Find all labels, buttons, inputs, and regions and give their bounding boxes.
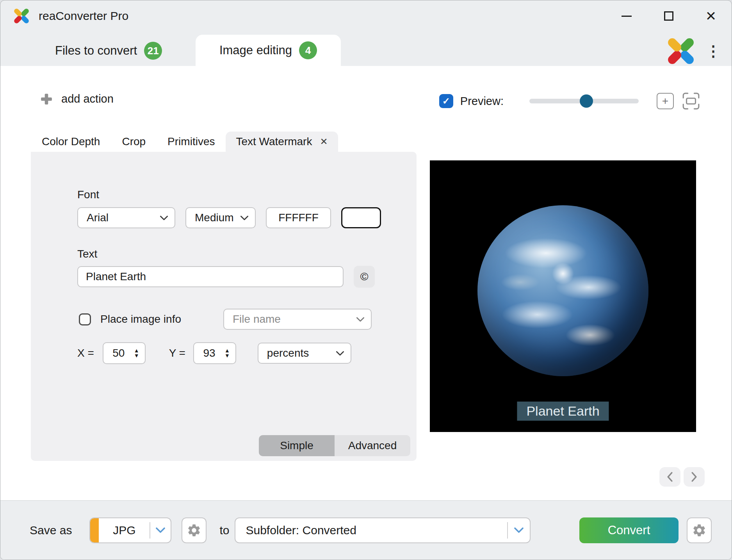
text-label: Text <box>77 248 97 260</box>
maximize-icon <box>664 11 673 21</box>
format-select[interactable]: JPG <box>89 517 171 543</box>
x-spinner[interactable]: 50 ▲▼ <box>103 342 146 364</box>
app-window: reaConverter Pro ✕ Files to convert 21 I… <box>0 0 732 560</box>
chevron-down-icon <box>234 215 255 220</box>
font-family-value: Arial <box>78 212 153 224</box>
app-logo-icon <box>12 7 31 25</box>
chevron-down-icon[interactable] <box>150 518 171 542</box>
tab-files-to-convert[interactable]: Files to convert 21 <box>55 39 162 63</box>
convert-settings-button[interactable] <box>687 517 712 543</box>
chevron-down-icon <box>153 215 175 220</box>
y-label: Y = <box>169 347 185 359</box>
preview-checkbox[interactable]: ✓ <box>439 94 453 108</box>
copyright-button[interactable]: © <box>354 266 375 288</box>
watermark-overlay: Planet Earth <box>517 402 609 421</box>
preview-navigation <box>659 467 705 487</box>
tab-text-watermark[interactable]: Text Watermark ✕ <box>226 132 338 152</box>
y-value: 93 <box>194 347 224 359</box>
chevron-down-icon <box>350 317 371 322</box>
chevron-down-icon[interactable] <box>508 518 530 542</box>
convert-button[interactable]: Convert <box>579 517 679 543</box>
check-icon: ✓ <box>442 96 450 107</box>
close-button[interactable]: ✕ <box>702 7 720 25</box>
brand-logo-icon <box>664 35 697 68</box>
simple-mode-button[interactable]: Simple <box>259 435 335 456</box>
units-select[interactable]: percents <box>258 343 351 364</box>
content-area: add action ✓ Preview: + <box>0 66 732 500</box>
advanced-mode-label: Advanced <box>348 439 397 452</box>
tab-color-depth[interactable]: Color Depth <box>31 132 111 152</box>
font-label: Font <box>77 188 99 201</box>
tab-primitives-label: Primitives <box>167 135 215 148</box>
maximize-button[interactable] <box>660 7 678 25</box>
fullscreen-button[interactable] <box>682 92 700 110</box>
minimize-icon <box>622 16 632 17</box>
font-style-select[interactable]: Medium <box>185 207 256 228</box>
bottom-bar: Save as JPG to Subfolder: Converted Conv… <box>0 500 732 560</box>
tab-image-editing[interactable]: Image editing 4 <box>196 35 341 66</box>
format-value: JPG <box>99 518 150 542</box>
tab-primitives[interactable]: Primitives <box>157 132 226 152</box>
spinner-arrows-icon[interactable]: ▲▼ <box>134 348 145 358</box>
save-as-label: Save as <box>30 524 72 537</box>
previous-image-button[interactable] <box>659 467 680 487</box>
chevron-left-icon <box>666 472 674 482</box>
text-watermark-panel: Font Arial Medium Text © <box>31 152 417 461</box>
tab-crop[interactable]: Crop <box>111 132 157 152</box>
plus-icon <box>40 93 53 105</box>
close-icon: ✕ <box>705 9 717 23</box>
tab-editing-label: Image editing <box>219 43 292 57</box>
x-label: X = <box>77 347 94 359</box>
fullscreen-icon <box>682 92 700 110</box>
tab-color-depth-label: Color Depth <box>42 135 100 148</box>
chevron-down-icon <box>329 351 351 356</box>
format-settings-button[interactable] <box>182 517 207 543</box>
preview-controls: ✓ Preview: + <box>439 92 700 110</box>
main-tab-row: Files to convert 21 Image editing 4 ⋮ <box>0 32 732 66</box>
destination-value: Subfolder: Converted <box>235 518 507 542</box>
gear-icon <box>187 523 201 538</box>
advanced-mode-button[interactable]: Advanced <box>335 435 410 456</box>
minimize-button[interactable] <box>618 7 636 25</box>
tab-files-label: Files to convert <box>55 44 137 58</box>
convert-label: Convert <box>608 523 650 537</box>
simple-mode-label: Simple <box>280 439 313 452</box>
zoom-in-button[interactable]: + <box>657 93 674 109</box>
format-color-stripe <box>90 518 99 542</box>
font-family-select[interactable]: Arial <box>77 207 175 228</box>
add-action-label: add action <box>61 92 114 105</box>
gear-icon <box>692 523 707 538</box>
overflow-menu-button[interactable]: ⋮ <box>706 43 720 60</box>
watermark-text-input[interactable] <box>77 266 344 287</box>
spinner-arrows-icon[interactable]: ▲▼ <box>224 348 235 358</box>
preview-zoom-slider[interactable] <box>529 99 639 103</box>
preview-label: Preview: <box>460 95 504 108</box>
place-image-info-checkbox[interactable] <box>79 313 91 325</box>
font-style-value: Medium <box>186 212 234 224</box>
title-bar: reaConverter Pro ✕ <box>0 0 732 32</box>
mode-toggle: Simple Advanced <box>259 435 410 456</box>
editing-count-badge: 4 <box>299 41 317 59</box>
y-spinner[interactable]: 93 ▲▼ <box>193 342 236 364</box>
action-tab-row: Color Depth Crop Primitives Text Waterma… <box>31 132 338 152</box>
tab-crop-label: Crop <box>122 135 146 148</box>
tab-text-watermark-label: Text Watermark <box>236 135 312 148</box>
next-image-button[interactable] <box>684 467 705 487</box>
destination-select[interactable]: Subfolder: Converted <box>235 517 531 543</box>
units-value: percents <box>258 347 329 359</box>
add-action-button[interactable]: add action <box>40 92 114 105</box>
slider-thumb[interactable] <box>580 94 593 108</box>
image-info-value: File name <box>224 313 350 325</box>
window-title: reaConverter Pro <box>39 9 128 23</box>
plus-icon: + <box>662 95 668 107</box>
earth-image <box>477 205 648 376</box>
chevron-right-icon <box>690 472 698 482</box>
image-info-select[interactable]: File name <box>223 309 372 330</box>
close-tab-icon[interactable]: ✕ <box>320 136 328 147</box>
files-count-badge: 21 <box>144 42 162 60</box>
font-color-field[interactable] <box>266 207 331 228</box>
font-color-swatch[interactable] <box>341 207 381 228</box>
preview-image: Planet Earth <box>430 160 696 432</box>
to-label: to <box>219 524 229 537</box>
x-value: 50 <box>103 347 134 359</box>
